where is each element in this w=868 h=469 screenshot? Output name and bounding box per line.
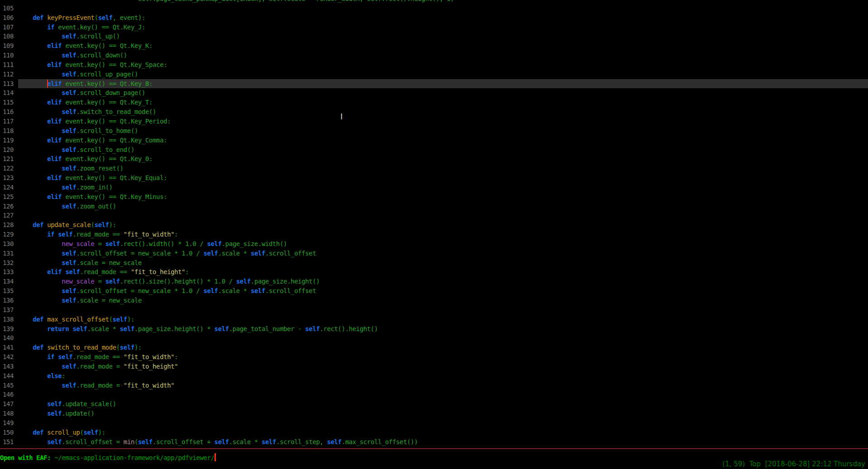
code-text: elif event.key() == Qt.Key_B: [18, 79, 868, 89]
code-text: def update_scale(self): [18, 220, 868, 230]
code-text [18, 390, 868, 399]
line-number: 113 [0, 79, 14, 89]
code-line[interactable]: 125 elif event.key() == Qt.Key_Minus: [0, 192, 868, 202]
code-text: def max_scroll_offset(self): [18, 315, 868, 324]
code-line[interactable]: 139 return self.scale * self.page_size.h… [0, 324, 868, 334]
code-text: elif event.key() == Qt.Key_Minus: [18, 192, 868, 202]
code-line[interactable]: 144 else: [0, 371, 868, 381]
code-line[interactable]: 140 [0, 333, 868, 343]
code-text: self.zoom_reset() [18, 164, 868, 173]
line-number: 145 [0, 381, 14, 390]
line-number: 128 [0, 220, 14, 230]
line-number: 112 [0, 70, 14, 79]
minibuffer-input[interactable]: ~/emacs-application-framework/app/pdfvie… [54, 454, 214, 461]
code-text: self.scale = new_scale [18, 296, 868, 305]
code-text: elif event.key() == Qt.Key_Space: [18, 60, 868, 70]
code-line[interactable]: 148 self.update() [0, 409, 868, 418]
code-line[interactable]: 151 self.scroll_offset = min(self.scroll… [0, 437, 868, 447]
code-line[interactable]: 107 if event.key() == Qt.Key_J: [0, 23, 868, 32]
code-line[interactable]: 113 elif event.key() == Qt.Key_B: [0, 79, 868, 89]
code-line[interactable]: 120 self.scroll_to_end() [0, 145, 868, 155]
code-line[interactable]: self.page_cache_pixmap_dict[index], self… [0, 0, 868, 4]
code-line[interactable]: 131 self.scroll_offset = new_scale * 1.0… [0, 249, 868, 258]
code-line[interactable]: 128 def update_scale(self): [0, 220, 868, 230]
code-line[interactable]: 116 self.switch_to_read_mode() [0, 107, 868, 117]
line-number: 114 [0, 88, 14, 98]
line-number: 127 [0, 211, 14, 220]
line-number: 120 [0, 145, 14, 155]
code-line[interactable]: 122 self.zoom_reset() [0, 164, 868, 173]
code-line[interactable]: 142 if self.read_mode == "fit_to_width": [0, 352, 868, 362]
code-line[interactable]: 147 self.update_scale() [0, 399, 868, 409]
code-line[interactable]: 138 def max_scroll_offset(self): [0, 315, 868, 324]
code-line[interactable]: 143 self.read_mode = "fit_to_height" [0, 362, 868, 371]
code-line[interactable]: 145 self.read_mode = "fit_to_width" [0, 381, 868, 390]
code-line[interactable]: 146 [0, 390, 868, 399]
code-line[interactable]: 121 elif event.key() == Qt.Key_0: [0, 154, 868, 164]
code-line[interactable]: 150 def scroll_up(self): [0, 428, 868, 437]
line-number: 118 [0, 126, 14, 136]
code-line[interactable]: 110 self.scroll_down() [0, 51, 868, 60]
line-number: 136 [0, 296, 14, 305]
code-line[interactable]: 114 self.scroll_down_page() [0, 88, 868, 98]
mode-line-separator [0, 448, 868, 449]
code-text [18, 305, 868, 315]
code-line[interactable]: 115 elif event.key() == Qt.Key_T: [0, 98, 868, 107]
line-number: 139 [0, 324, 14, 334]
line-number: 122 [0, 164, 14, 173]
code-line[interactable]: 112 self.scroll_up_page() [0, 70, 868, 79]
code-text: self.scroll_offset = new_scale * 1.0 / s… [18, 286, 868, 296]
code-line[interactable]: 108 self.scroll_up() [0, 32, 868, 41]
line-number: 146 [0, 390, 14, 399]
line-number: 130 [0, 239, 14, 249]
code-line[interactable]: 118 self.scroll_to_home() [0, 126, 868, 136]
code-line[interactable]: 124 self.zoom_in() [0, 183, 868, 192]
code-line[interactable]: 136 self.scale = new_scale [0, 296, 868, 305]
code-line[interactable]: 106 def keyPressEvent(self, event): [0, 13, 868, 23]
code-line[interactable]: 119 elif event.key() == Qt.Key_Comma: [0, 136, 868, 145]
code-line[interactable]: 130 new_scale = self.rect().width() * 1.… [0, 239, 868, 249]
status-tray: (1, 59) Top [2018-06-28] 22:12 Thursday [722, 460, 865, 468]
line-number: 132 [0, 258, 14, 268]
line-number: 141 [0, 343, 14, 352]
line-number: 133 [0, 267, 14, 277]
code-text: self.scroll_up_page() [18, 70, 868, 79]
code-editor[interactable]: self.page_cache_pixmap_dict[index], self… [0, 0, 868, 448]
line-number: 144 [0, 371, 14, 381]
line-number: 110 [0, 51, 14, 60]
text-cursor-pointer: I [340, 112, 343, 121]
code-text [18, 4, 868, 13]
line-number: 151 [0, 437, 14, 447]
code-text: self.update_scale() [18, 399, 868, 409]
code-line[interactable]: 132 self.scale = new_scale [0, 258, 868, 268]
text-cursor [47, 80, 48, 88]
code-line[interactable]: 105 [0, 4, 868, 13]
code-text: self.scroll_down() [18, 51, 868, 60]
code-text: self.zoom_in() [18, 183, 868, 192]
code-text: if event.key() == Qt.Key_J: [18, 23, 868, 32]
code-text: new_scale = self.rect().width() * 1.0 / … [18, 239, 868, 249]
code-line[interactable]: 126 self.zoom_out() [0, 202, 868, 211]
code-line[interactable]: 117 elif event.key() == Qt.Key_Period: [0, 117, 868, 126]
code-line[interactable]: 134 new_scale = self.rect().size().heigh… [0, 277, 868, 286]
code-line[interactable]: 141 def switch_to_read_mode(self): [0, 343, 868, 352]
line-number: 143 [0, 362, 14, 371]
code-line[interactable]: 127 [0, 211, 868, 220]
code-text: if self.read_mode == "fit_to_width": [18, 352, 868, 362]
code-text: def scroll_up(self): [18, 428, 868, 437]
code-line[interactable]: 133 elif self.read_mode == "fit_to_heigh… [0, 267, 868, 277]
code-text: self.page_cache_pixmap_dict[index], self… [18, 0, 868, 4]
code-line[interactable]: 109 elif event.key() == Qt.Key_K: [0, 41, 868, 51]
line-number: 105 [0, 4, 14, 13]
code-line[interactable]: 137 [0, 305, 868, 315]
code-text: elif event.key() == Qt.Key_Equal: [18, 173, 868, 183]
code-line[interactable]: 111 elif event.key() == Qt.Key_Space: [0, 60, 868, 70]
code-line[interactable]: 123 elif event.key() == Qt.Key_Equal: [0, 173, 868, 183]
code-line[interactable]: 135 self.scroll_offset = new_scale * 1.0… [0, 286, 868, 296]
line-number [0, 0, 14, 4]
code-text: self.scale = new_scale [18, 258, 868, 268]
line-number: 109 [0, 41, 14, 51]
code-text: elif event.key() == Qt.Key_K: [18, 41, 868, 51]
code-line[interactable]: 129 if self.read_mode == "fit_to_width": [0, 230, 868, 239]
code-line[interactable]: 149 [0, 418, 868, 428]
